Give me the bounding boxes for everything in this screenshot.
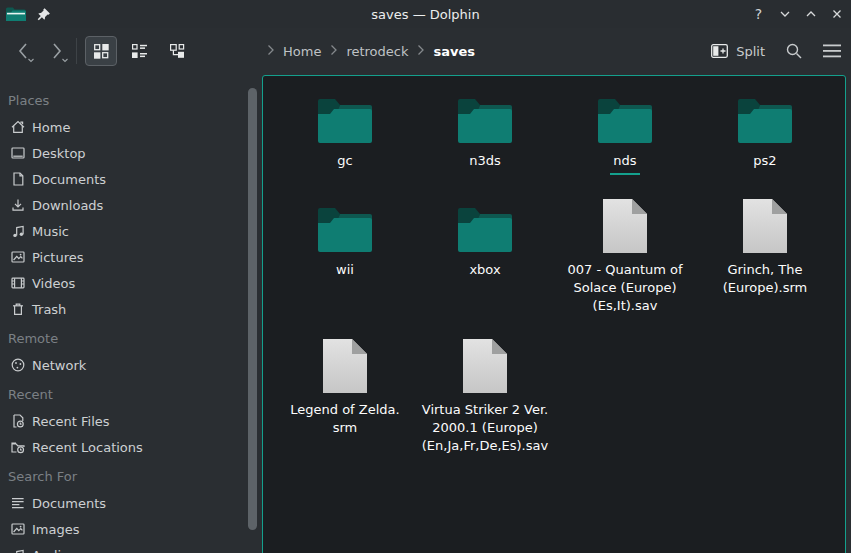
file-item-grinch-the-europe-srm[interactable]: Grinch, The(Europe).srm — [695, 195, 835, 315]
item-label: gc — [337, 152, 352, 170]
minimize-button[interactable] — [776, 6, 793, 23]
breadcrumb-item-retrodeck[interactable]: retrodeck — [346, 44, 408, 59]
icons-view-button[interactable] — [85, 36, 117, 66]
breadcrumb-chevron-icon — [325, 44, 342, 58]
search-button[interactable] — [785, 42, 803, 60]
file-icon — [323, 339, 367, 393]
places-panel: PlacesHomeDesktopDocumentsDownloadsMusic… — [0, 74, 260, 553]
dolphin-app-icon — [6, 6, 26, 22]
sidebar-section-places: Places — [0, 88, 260, 114]
item-label-line: srm — [290, 419, 399, 437]
sidebar-item-documents[interactable]: Documents — [0, 166, 260, 192]
folder-item-nds[interactable]: nds — [555, 86, 695, 175]
close-button[interactable] — [828, 6, 845, 23]
tree-view-button[interactable] — [161, 36, 193, 66]
sidebar-item-trash[interactable]: Trash — [0, 296, 260, 322]
item-label: ps2 — [753, 152, 776, 170]
image-icon — [10, 249, 26, 265]
sidebar-item-recent-locations[interactable]: Recent Locations — [0, 434, 260, 460]
folder-icon — [737, 96, 793, 144]
menu-button[interactable] — [823, 44, 841, 58]
item-label: Legend of Zelda.srm — [290, 401, 399, 437]
sidebar-item-label: Documents — [32, 172, 106, 187]
sidebar-item-label: Recent Files — [32, 414, 110, 429]
split-button[interactable]: Split — [711, 44, 765, 59]
sidebar-scrollbar[interactable] — [248, 88, 257, 530]
chevron-down-icon — [27, 58, 35, 63]
item-label-line: (En,Ja,Fr,De,Es).sav — [422, 437, 548, 455]
network-icon — [10, 357, 26, 373]
item-label-line: 2000.1 (Europe) — [422, 419, 548, 437]
file-item-virtua-striker-2-ver-2000-1-europe-en-ja-fr-de-es-sav[interactable]: Virtua Striker 2 Ver.2000.1 (Europe)(En,… — [415, 335, 555, 455]
sidebar-item-label: Desktop — [32, 146, 86, 161]
sidebar-item-pictures[interactable]: Pictures — [0, 244, 260, 270]
view-mode-group — [85, 36, 193, 66]
folder-icon — [597, 96, 653, 144]
back-button[interactable] — [10, 37, 36, 65]
sidebar-item-desktop[interactable]: Desktop — [0, 140, 260, 166]
file-item-legend-of-zelda-srm[interactable]: Legend of Zelda.srm — [275, 335, 415, 455]
folder-item-wii[interactable]: wii — [275, 195, 415, 315]
sidebar-item-home[interactable]: Home — [0, 114, 260, 140]
sidebar-item-music[interactable]: Music — [0, 218, 260, 244]
item-label-line: gc — [337, 152, 352, 170]
item-icon-box — [463, 335, 507, 393]
item-icon-box — [317, 195, 373, 253]
doc-lines-icon — [10, 495, 26, 511]
sidebar-item-documents[interactable]: Documents — [0, 490, 260, 516]
item-icon-box — [317, 86, 373, 144]
image-icon — [10, 521, 26, 537]
details-view-button[interactable] — [123, 36, 155, 66]
breadcrumb-item-saves[interactable]: saves — [433, 44, 475, 59]
folder-view[interactable]: gc n3ds nds ps2 wii xbox 007 - Quantum o… — [262, 75, 846, 553]
folder-icon — [317, 96, 373, 144]
item-label-line: 007 - Quantum of — [567, 261, 682, 279]
video-icon — [10, 275, 26, 291]
sidebar-item-images[interactable]: Images — [0, 516, 260, 542]
folder-item-gc[interactable]: gc — [275, 86, 415, 175]
sidebar-section-remote: Remote — [0, 326, 260, 352]
titlebar: saves — Dolphin ? — [0, 0, 851, 28]
folder-item-n3ds[interactable]: n3ds — [415, 86, 555, 175]
item-label-line: (Europe).srm — [723, 279, 808, 297]
trash-icon — [10, 301, 26, 317]
help-button[interactable]: ? — [750, 6, 767, 23]
chevron-down-icon — [61, 58, 69, 63]
sidebar-item-recent-files[interactable]: Recent Files — [0, 408, 260, 434]
folder-item-xbox[interactable]: xbox — [415, 195, 555, 315]
search-icon — [785, 42, 803, 60]
file-icon — [743, 199, 787, 253]
forward-button[interactable] — [44, 37, 70, 65]
split-button-label: Split — [736, 44, 765, 59]
sidebar-item-network[interactable]: Network — [0, 352, 260, 378]
folder-item-ps2[interactable]: ps2 — [695, 86, 835, 175]
sidebar-item-label: Downloads — [32, 198, 103, 213]
sidebar-section-search-for: Search For — [0, 464, 260, 490]
file-item-007-quantum-of-solace-europe-es-it-sav[interactable]: 007 - Quantum ofSolace (Europe)(Es,It).s… — [555, 195, 695, 315]
sidebar-section-recent: Recent — [0, 382, 260, 408]
item-icon-box — [737, 86, 793, 144]
pin-icon[interactable] — [36, 7, 51, 22]
toolbar-separator — [76, 38, 77, 64]
window-controls: ? — [750, 0, 845, 28]
sidebar-item-audio[interactable]: Audio — [0, 542, 260, 553]
sidebar-item-videos[interactable]: Videos — [0, 270, 260, 296]
item-label-line: Legend of Zelda. — [290, 401, 399, 419]
document-icon — [10, 171, 26, 187]
sidebar-item-label: Music — [32, 224, 69, 239]
item-label: n3ds — [469, 152, 501, 170]
sidebar-item-label: Videos — [32, 276, 75, 291]
maximize-button[interactable] — [802, 6, 819, 23]
item-label: nds — [610, 152, 639, 175]
item-label: 007 - Quantum ofSolace (Europe)(Es,It).s… — [567, 261, 682, 315]
toolbar-right: Split — [711, 28, 841, 74]
sidebar-item-downloads[interactable]: Downloads — [0, 192, 260, 218]
window-title: saves — Dolphin — [0, 7, 851, 22]
file-icon — [603, 199, 647, 253]
breadcrumb-item-home[interactable]: Home — [283, 44, 321, 59]
file-grid: gc n3ds nds ps2 wii xbox 007 - Quantum o… — [263, 76, 845, 455]
sidebar-item-label: Audio — [32, 548, 69, 553]
item-label: Grinch, The(Europe).srm — [723, 261, 808, 297]
folder-icon — [457, 96, 513, 144]
sidebar-item-label: Network — [32, 358, 86, 373]
